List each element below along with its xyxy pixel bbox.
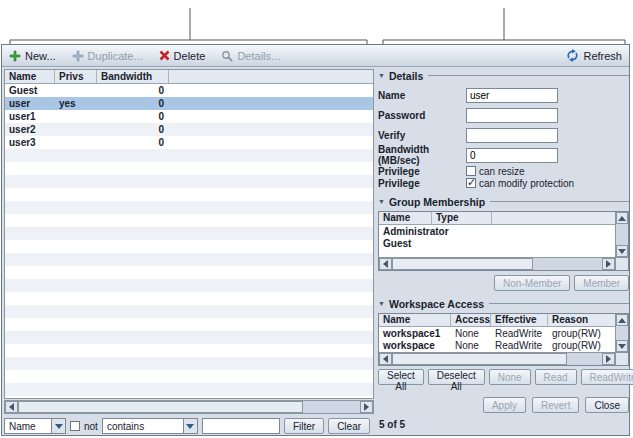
scroll-down-arrow[interactable] (616, 340, 628, 352)
column-header-effective[interactable]: Effective (491, 314, 548, 326)
revert-button[interactable]: Revert (532, 397, 579, 413)
can-modify-protection-checkbox[interactable] (466, 178, 476, 188)
deselect-all-button[interactable]: Deselect All (428, 369, 485, 385)
filter-operator-select[interactable]: contains (102, 418, 198, 434)
refresh-button[interactable]: Refresh (566, 49, 622, 62)
cell-name: Guest (5, 85, 55, 96)
delete-x-icon (159, 50, 170, 61)
column-header-access[interactable]: Access (451, 314, 491, 326)
scrollbar-corner (615, 352, 628, 365)
table-row[interactable]: user3 0 (5, 136, 373, 149)
filter-button[interactable]: Filter (284, 418, 324, 434)
scroll-left-arrow[interactable] (5, 401, 18, 413)
not-checkbox[interactable] (70, 421, 80, 431)
password-field[interactable] (466, 108, 558, 123)
group-row[interactable]: Administrator (379, 225, 615, 237)
group-table-hscrollbar[interactable] (379, 257, 615, 270)
scrollbar-corner (615, 257, 628, 270)
refresh-button-label: Refresh (583, 50, 622, 62)
scroll-left-arrow[interactable] (379, 353, 392, 365)
workspace-access-title: Workspace Access (389, 298, 484, 310)
group-table-vscrollbar[interactable] (615, 212, 628, 257)
privilege-resize-row: Privilege can resize (378, 165, 629, 177)
chevron-down-icon[interactable] (183, 419, 197, 433)
table-row-selected[interactable]: user yes 0 (5, 97, 373, 110)
member-button[interactable]: Member (574, 275, 629, 291)
column-header-bandwidth[interactable]: Bandwidth (97, 70, 169, 83)
none-button[interactable]: None (489, 369, 531, 385)
name-field[interactable] (466, 88, 558, 103)
group-table-header: Name Type (379, 212, 615, 225)
apply-button[interactable]: Apply (483, 397, 526, 413)
scrollbar-thumb[interactable] (392, 353, 567, 365)
section-rule (428, 75, 629, 76)
not-checkbox-label: not (84, 421, 98, 432)
scroll-up-arrow[interactable] (616, 212, 628, 224)
cell-name: user (5, 98, 55, 109)
bandwidth-field[interactable] (466, 148, 558, 163)
callout-brackets (0, 0, 633, 44)
select-all-button[interactable]: Select All (378, 369, 424, 385)
scroll-right-arrow[interactable] (360, 401, 373, 413)
magnifier-icon (221, 50, 233, 62)
can-resize-checkbox[interactable] (466, 166, 476, 176)
filter-operator-value: contains (107, 421, 144, 432)
new-button-label: New... (25, 50, 56, 62)
cell-workspace-name: workspace (379, 340, 451, 351)
group-row[interactable]: Guest (379, 237, 615, 249)
clear-button[interactable]: Clear (328, 418, 370, 434)
column-header-name[interactable]: Name (379, 314, 451, 326)
password-field-row: Password (378, 105, 629, 125)
workspace-access-section-header[interactable]: ▼ Workspace Access (378, 297, 629, 310)
workspace-table-hscrollbar[interactable] (379, 352, 615, 365)
table-row[interactable]: user1 0 (5, 110, 373, 123)
cell-workspace-name: workspace1 (379, 328, 451, 339)
read-button[interactable]: Read (535, 369, 577, 385)
name-field-row: Name (378, 85, 629, 105)
delete-button[interactable]: Delete (159, 50, 206, 62)
collapse-triangle-icon[interactable]: ▼ (378, 300, 385, 307)
duplicate-button[interactable]: Duplicate... (72, 50, 143, 62)
column-header-name[interactable]: Name (5, 70, 55, 83)
group-membership-buttons: Non-Member Member (378, 275, 629, 291)
chevron-down-icon[interactable] (51, 419, 65, 433)
collapse-triangle-icon[interactable]: ▼ (378, 198, 385, 205)
scrollbar-track[interactable] (303, 401, 360, 413)
new-button[interactable]: New... (9, 50, 56, 62)
scroll-down-arrow[interactable] (616, 245, 628, 257)
workspace-row[interactable]: workspace None ReadWrite group(RW) (379, 339, 615, 351)
user-table-hscrollbar[interactable] (4, 400, 374, 414)
cell-effective: ReadWrite (491, 340, 548, 351)
privilege-label: Privilege (378, 166, 466, 177)
group-membership-section-header[interactable]: ▼ Group Membership (378, 195, 629, 208)
close-button[interactable]: Close (585, 397, 629, 413)
scrollbar-thumb[interactable] (18, 401, 303, 413)
scrollbar-track[interactable] (533, 258, 602, 270)
readwrite-button[interactable]: ReadWrite (581, 369, 633, 385)
table-row[interactable]: user2 0 (5, 123, 373, 136)
column-header-type[interactable]: Type (432, 212, 492, 224)
privilege-modify-row: Privilege can modify protection (378, 177, 629, 189)
column-header-name[interactable]: Name (379, 212, 432, 224)
details-button[interactable]: Details... (221, 50, 280, 62)
column-header-privs[interactable]: Privs (55, 70, 97, 83)
scrollbar-track[interactable] (567, 353, 602, 365)
cell-group-name: Guest (379, 238, 411, 249)
workspace-row[interactable]: workspace1 None ReadWrite group(RW) (379, 327, 615, 339)
screenshot-root: New... Duplicate... Delete Details... (0, 0, 633, 438)
collapse-triangle-icon[interactable]: ▼ (378, 72, 385, 79)
scroll-left-arrow[interactable] (379, 258, 392, 270)
column-header-reason[interactable]: Reason (548, 314, 615, 326)
verify-field[interactable] (466, 128, 558, 143)
workspace-table-vscrollbar[interactable] (615, 314, 628, 352)
scroll-right-arrow[interactable] (602, 258, 615, 270)
table-row[interactable]: Guest 0 (5, 84, 373, 97)
duplicate-button-label: Duplicate... (88, 50, 143, 62)
scrollbar-thumb[interactable] (392, 258, 533, 270)
scroll-right-arrow[interactable] (602, 353, 615, 365)
filter-field-select[interactable]: Name (4, 418, 66, 434)
scroll-up-arrow[interactable] (616, 314, 628, 326)
filter-value-input[interactable] (202, 418, 280, 434)
non-member-button[interactable]: Non-Member (494, 275, 570, 291)
details-section-header[interactable]: ▼ Details (378, 69, 629, 82)
